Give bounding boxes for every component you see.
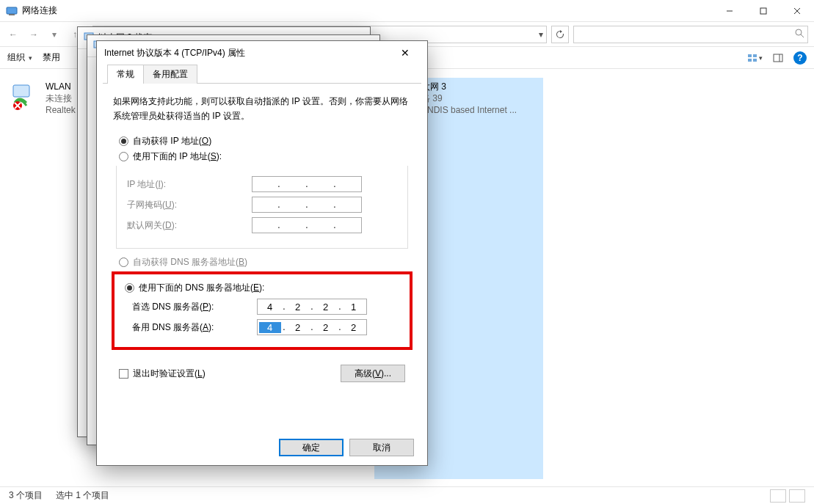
input-default-gateway: ...	[252, 217, 362, 233]
recent-locations-button[interactable]: ▾	[46, 26, 63, 43]
network-connections-icon	[6, 5, 18, 17]
window-title: 网络连接	[22, 4, 57, 17]
svg-rect-10	[748, 59, 752, 62]
svg-rect-12	[774, 54, 782, 62]
label-preferred-dns: 首选 DNS 服务器(P):	[132, 301, 257, 313]
svg-rect-8	[748, 54, 752, 57]
svg-rect-3	[760, 8, 766, 14]
radio-icon	[119, 258, 128, 267]
ipv4-dialog-close-button[interactable]: ✕	[390, 44, 420, 62]
label-alternate-dns: 备用 DNS 服务器(A):	[132, 321, 257, 334]
svg-line-7	[801, 34, 804, 37]
adapter-eth3-title: 以太网 3	[413, 81, 517, 92]
help-button[interactable]: ?	[793, 51, 807, 65]
radio-obtain-dns-auto[interactable]: 自动获得 DNS 服务器地址(B)	[119, 256, 411, 269]
search-input[interactable]	[573, 26, 808, 43]
tab-alternate-config[interactable]: 备用配置	[143, 65, 197, 84]
label-ip-address: IP 地址(I):	[127, 178, 252, 191]
svg-point-6	[796, 29, 802, 35]
svg-rect-1	[9, 14, 15, 15]
adapter-eth3-driver: ote NDIS based Internet ...	[413, 104, 517, 116]
input-preferred-dns[interactable]: 4. 2. 2. 1	[257, 299, 367, 315]
radio-obtain-ip-auto[interactable]: 自动获得 IP 地址(O)	[119, 135, 411, 147]
ipv4-description: 如果网络支持此功能，则可以获取自动指派的 IP 设置。否则，你需要从网络系统管理…	[113, 94, 411, 123]
address-dropdown-icon[interactable]: ▾	[539, 29, 543, 40]
view-icons-button[interactable]	[789, 489, 805, 503]
organize-menu[interactable]: 组织	[7, 51, 32, 64]
status-selection-count: 选中 1 个项目	[56, 489, 109, 502]
refresh-button[interactable]	[551, 26, 569, 43]
cancel-button[interactable]: 取消	[349, 439, 414, 456]
forward-button[interactable]: →	[25, 26, 43, 43]
input-alternate-dns[interactable]: 4. 2. 2. 2	[257, 319, 367, 335]
svg-rect-0	[7, 7, 17, 14]
adapter-wlan-title: WLAN	[46, 81, 76, 92]
status-item-count: 3 个项目	[9, 489, 43, 502]
adapter-wlan-status: 未连接	[46, 92, 76, 104]
checkbox-validate-on-exit[interactable]	[119, 369, 128, 379]
label-subnet-mask: 子网掩码(U):	[127, 199, 252, 211]
maximize-button[interactable]	[746, 0, 780, 22]
input-ip-address: ...	[252, 176, 362, 192]
adapter-eth3-status: 网络 39	[413, 92, 517, 104]
radio-icon	[125, 283, 134, 293]
svg-rect-14	[13, 85, 29, 97]
view-details-button[interactable]	[770, 489, 786, 503]
label-validate-on-exit: 退出时验证设置(L)	[133, 368, 206, 380]
radio-use-following-dns[interactable]: 使用下面的 DNS 服务器地址(E):	[125, 282, 404, 294]
advanced-button[interactable]: 高级(V)...	[341, 365, 405, 382]
svg-rect-11	[753, 59, 757, 62]
input-subnet-mask: ...	[252, 197, 362, 213]
disable-device-button[interactable]: 禁用	[43, 51, 60, 64]
dns-highlight-box: 使用下面的 DNS 服务器地址(E): 首选 DNS 服务器(P): 4. 2.…	[112, 271, 413, 350]
ipv4-dialog-title: Internet 协议版本 4 (TCP/IPv4) 属性	[104, 47, 245, 59]
radio-use-following-ip[interactable]: 使用下面的 IP 地址(S):	[119, 150, 411, 163]
ipv4-properties-dialog: Internet 协议版本 4 (TCP/IPv4) 属性 ✕ 常规 备用配置 …	[96, 40, 428, 466]
svg-rect-9	[753, 54, 757, 57]
adapter-wlan-driver: Realtek	[46, 104, 76, 116]
view-options-menu[interactable]	[746, 50, 763, 66]
back-button[interactable]: ←	[4, 26, 22, 43]
tab-general[interactable]: 常规	[107, 65, 144, 84]
radio-icon	[119, 152, 128, 161]
preview-pane-button[interactable]	[770, 50, 786, 66]
ok-button[interactable]: 确定	[279, 439, 344, 456]
close-button[interactable]	[780, 0, 814, 22]
label-default-gateway: 默认网关(D):	[127, 219, 252, 232]
search-icon	[794, 28, 804, 40]
wlan-icon	[10, 81, 41, 112]
radio-icon	[119, 136, 128, 146]
minimize-button[interactable]	[713, 0, 746, 22]
